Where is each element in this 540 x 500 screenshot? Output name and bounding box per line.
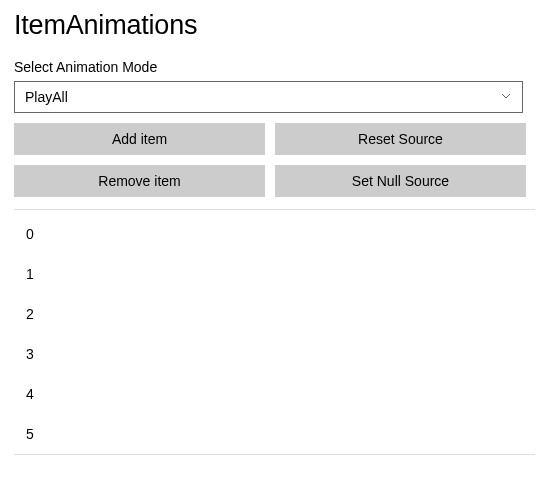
- dropdown-label: Select Animation Mode: [14, 59, 526, 75]
- list-item[interactable]: 3: [14, 334, 535, 374]
- list-item[interactable]: 4: [14, 374, 535, 414]
- divider: [14, 209, 535, 210]
- item-list: 0 1 2 3 4 5: [14, 214, 535, 454]
- list-item[interactable]: 0: [14, 214, 535, 254]
- list-item[interactable]: 2: [14, 294, 535, 334]
- dropdown-value: PlayAll: [25, 89, 68, 105]
- list-item[interactable]: 1: [14, 254, 535, 294]
- button-grid: Add item Reset Source Remove item Set Nu…: [14, 123, 526, 197]
- divider: [14, 454, 535, 455]
- animation-mode-dropdown[interactable]: PlayAll: [14, 81, 523, 113]
- reset-source-button[interactable]: Reset Source: [275, 123, 526, 155]
- chevron-down-icon: [500, 89, 512, 105]
- remove-item-button[interactable]: Remove item: [14, 165, 265, 197]
- set-null-source-button[interactable]: Set Null Source: [275, 165, 526, 197]
- list-item[interactable]: 5: [14, 414, 535, 454]
- page-title: ItemAnimations: [14, 10, 526, 41]
- add-item-button[interactable]: Add item: [14, 123, 265, 155]
